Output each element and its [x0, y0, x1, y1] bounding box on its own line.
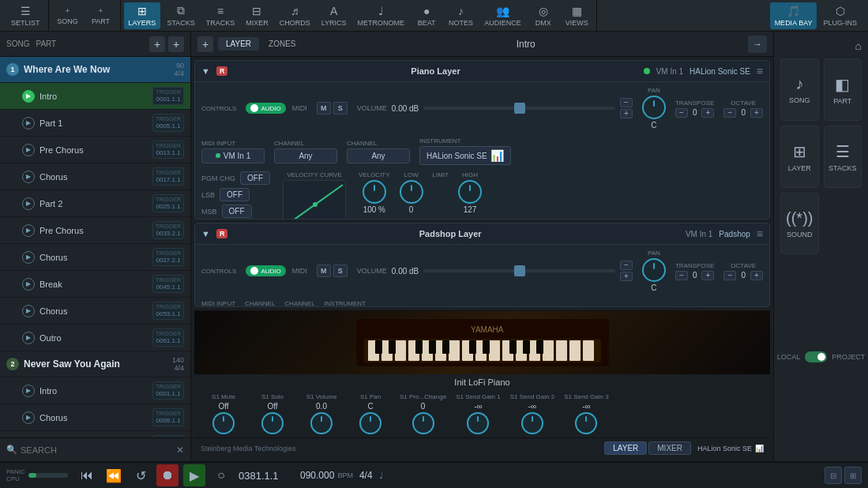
padshop-octave-plus[interactable]: +	[750, 271, 763, 280]
add-song-icon-btn[interactable]: +	[149, 36, 165, 52]
play-btn[interactable]: ▶	[183, 464, 205, 486]
s1-prog-knob[interactable]	[412, 412, 434, 434]
play-btn-outro[interactable]: ▶	[22, 332, 35, 344]
view-split-btn[interactable]: ⊟	[825, 467, 842, 484]
mixer-tab-btn[interactable]: MIXER	[648, 441, 691, 455]
s1-send1-knob[interactable]	[467, 412, 489, 434]
play-btn-chorus1[interactable]: ▶	[22, 171, 35, 183]
play-btn-s2intro[interactable]: ▶	[22, 385, 35, 397]
media-sound[interactable]: ((*)) SOUND	[780, 193, 819, 254]
add-song-btn[interactable]: ＋ SONG	[52, 3, 84, 28]
padshop-octave-minus[interactable]: −	[723, 271, 736, 280]
padshop-filter-icon[interactable]: ▼	[201, 229, 210, 238]
play-btn-part2[interactable]: ▶	[22, 197, 35, 210]
velocity-knob[interactable]	[363, 180, 386, 204]
m-btn[interactable]: M	[317, 102, 331, 114]
chords-btn[interactable]: ♬ CHORDS	[275, 2, 315, 29]
cycle-btn[interactable]: ↺	[130, 464, 152, 486]
tracks-btn[interactable]: ≡ TRACKS	[201, 2, 240, 29]
plugins-btn[interactable]: ⬡ PLUG-INS	[818, 2, 862, 29]
padshop-s-btn[interactable]: S	[333, 265, 348, 277]
play-btn-chorus2[interactable]: ▶	[22, 251, 35, 264]
record-btn[interactable]: ⏺	[156, 464, 178, 486]
media-song[interactable]: ♪ SONG	[780, 58, 819, 121]
play-btn-part1[interactable]: ▶	[22, 117, 35, 130]
play-btn-s2chorus[interactable]: ▶	[22, 411, 35, 424]
part-chorus-1[interactable]: ▶ Chorus TRIGGER 0017.1.1	[0, 163, 190, 190]
rewind-btn[interactable]: ⏪	[103, 464, 125, 486]
s-btn[interactable]: S	[333, 102, 348, 114]
play-btn-intro[interactable]: ▶	[22, 90, 35, 103]
local-project-switch[interactable]	[805, 351, 827, 362]
part-s2-chorus[interactable]: ▶ Chorus TRIGGER 0009.1.1	[0, 404, 190, 431]
zones-tab[interactable]: ZONES	[261, 37, 303, 51]
minus-btn[interactable]: −	[620, 98, 633, 107]
s1-send3-knob[interactable]	[575, 412, 597, 434]
layer-menu-btn[interactable]: ≡	[757, 65, 763, 77]
home-icon-btn[interactable]: ⌂	[855, 39, 862, 52]
notes-btn[interactable]: ♪ NOTES	[444, 2, 478, 29]
part-break[interactable]: ▶ Break TRIGGER 0045.1.1	[0, 271, 190, 298]
octave-minus[interactable]: −	[723, 108, 736, 118]
part-chorus-2[interactable]: ▶ Chorus TRIGGER 0027.2.1	[0, 244, 190, 271]
song-item-2[interactable]: 2 Never Saw You Again 140 4/4	[0, 351, 190, 377]
octave-plus[interactable]: +	[750, 108, 763, 118]
volume-thumb[interactable]	[514, 103, 525, 114]
s1-send2-knob[interactable]	[521, 412, 543, 434]
view-full-btn[interactable]: ⊞	[844, 467, 862, 484]
instrument-vis-icon[interactable]: 📊	[490, 149, 504, 162]
s1-pan-knob[interactable]	[359, 412, 381, 434]
part-chorus-3[interactable]: ▶ Chorus TRIGGER 0053.1.1	[0, 298, 190, 325]
padshop-minus-btn[interactable]: −	[620, 261, 633, 270]
part-intro[interactable]: ▶ Intro TRIGGER 0001.1.1	[0, 83, 190, 110]
midi-input-value[interactable]: VM In 1	[201, 148, 265, 163]
metronome-transport-icon[interactable]: ♩	[379, 471, 383, 481]
high-knob[interactable]	[458, 180, 482, 204]
part-pre-chorus-2[interactable]: ▶ Pre Chorus TRIGGER 0033.2.1	[0, 217, 190, 244]
instrument-value[interactable]: HALion Sonic SE 📊	[419, 146, 511, 165]
low-knob[interactable]	[400, 180, 423, 204]
padshop-transpose-plus[interactable]: +	[701, 271, 714, 280]
msb-value[interactable]: OFF	[222, 205, 252, 218]
transpose-plus[interactable]: +	[701, 108, 714, 118]
part-outro[interactable]: ▶ Outro TRIGGER 0061.1.1	[0, 325, 190, 351]
padshop-menu-btn[interactable]: ≡	[757, 227, 763, 240]
play-btn-chorus3[interactable]: ▶	[22, 305, 35, 317]
media-bay-btn[interactable]: 🎵 MEDIA BAY	[770, 2, 817, 29]
pgm-chg-value[interactable]: OFF	[240, 171, 270, 185]
dmx-btn[interactable]: ◎ DMX	[528, 2, 559, 29]
midi-channel-value[interactable]: Any	[274, 148, 337, 163]
search-clear-btn[interactable]: ✕	[176, 445, 184, 456]
beat-btn[interactable]: ● BEAT	[411, 2, 442, 29]
part-2[interactable]: ▶ Part 2 TRIGGER 0025.1.1	[0, 190, 190, 217]
back-to-start-btn[interactable]: ⏮	[76, 464, 98, 486]
add-layer-btn[interactable]: +	[197, 36, 213, 52]
s1-volume-knob[interactable]	[310, 412, 333, 434]
media-part[interactable]: ◧ PART	[824, 58, 862, 121]
instrument-chart-icon[interactable]: 📊	[755, 445, 764, 452]
play-btn-prechorus1[interactable]: ▶	[22, 144, 35, 156]
stacks-btn[interactable]: ⧉ STACKS	[162, 2, 199, 29]
padshop-m-btn[interactable]: M	[317, 265, 331, 277]
audio-toggle[interactable]: AUDIO	[246, 103, 285, 114]
setlist-btn[interactable]: ☰ SETLIST	[6, 2, 45, 29]
part-pre-chorus-1[interactable]: ▶ Pre Chorus TRIGGER 0013.1.1	[0, 137, 190, 163]
transpose-minus[interactable]: −	[675, 108, 688, 118]
media-layer[interactable]: ⊞ LAYER	[780, 126, 819, 188]
audience-btn[interactable]: 👥 AUDIENCE	[479, 2, 526, 29]
layer-tab-btn[interactable]: LAYER	[604, 441, 647, 455]
padshop-volume-track[interactable]	[423, 269, 615, 272]
padshop-transpose-minus[interactable]: −	[675, 271, 688, 280]
padshop-plus-btn[interactable]: +	[620, 272, 633, 281]
padshop-volume-thumb[interactable]	[514, 265, 525, 276]
part-s2-part1[interactable]: ▶ Part 1 TRIGGER 0017.1.1	[0, 431, 190, 437]
filter-icon[interactable]: ▼	[201, 66, 210, 76]
part-1[interactable]: ▶ Part 1 TRIGGER 0005.1.1	[0, 110, 190, 137]
loop-btn[interactable]: ○	[210, 464, 232, 486]
s1-mute-knob[interactable]	[212, 412, 235, 434]
s1-solo-knob[interactable]	[261, 412, 284, 434]
pan-knob[interactable]	[642, 96, 666, 119]
media-stacks[interactable]: ☰ STACKS	[824, 126, 862, 188]
add-part-icon-btn[interactable]: +	[168, 36, 184, 52]
search-input[interactable]	[21, 445, 173, 455]
